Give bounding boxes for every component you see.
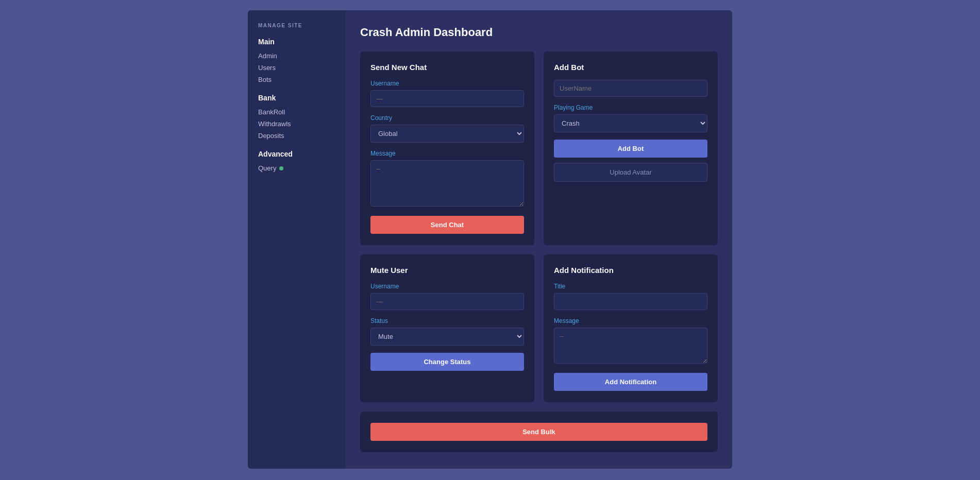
add-bot-button[interactable]: Add Bot [554,140,707,158]
change-status-button[interactable]: Change Status [370,353,524,371]
sidebar-item-admin[interactable]: Admin [258,50,335,62]
send-chat-button[interactable]: Send Chat [370,216,524,234]
page-title: Crash Admin Dashboard [360,26,718,39]
send-chat-message-textarea[interactable] [370,160,524,207]
add-notification-title-input[interactable] [554,293,707,310]
send-chat-country-label: Country [370,114,524,122]
sidebar-item-query[interactable]: Query [258,162,335,174]
sidebar-manage-label: MANAGE SITE [258,23,335,28]
sidebar-item-users[interactable]: Users [258,62,335,74]
sidebar-section-advanced: Advanced [258,150,335,158]
add-notification-card: Add Notification Title Message Add Notif… [544,254,718,402]
add-bot-playing-game-label: Playing Game [554,104,707,111]
add-notification-message-label: Message [554,317,707,324]
send-chat-country-select[interactable]: Global US UK CA [370,125,524,143]
mute-user-card: Mute User Username Status Mute Unmute Ba… [360,254,534,402]
add-notification-button[interactable]: Add Notification [554,373,707,391]
upload-avatar-area[interactable]: Upload Avatar [554,163,707,182]
sidebar-item-bankroll[interactable]: BankRoll [258,106,335,118]
add-bot-card: Add Bot Playing Game Crash Dice Slots Ad… [544,52,718,245]
sidebar-section-main: Main [258,38,335,46]
sidebar-item-withdrawls[interactable]: Withdrawls [258,118,335,130]
sidebar-item-deposits[interactable]: Deposits [258,130,335,142]
cards-row-2: Mute User Username Status Mute Unmute Ba… [360,254,718,402]
mute-user-status-select[interactable]: Mute Unmute Ban [370,328,524,346]
upload-avatar-label: Upload Avatar [610,168,651,176]
add-bot-game-select[interactable]: Crash Dice Slots [554,114,707,132]
mute-user-title: Mute User [370,266,524,275]
send-chat-username-input[interactable] [370,90,524,107]
mute-user-username-input[interactable] [370,293,524,310]
sidebar-section-bank: Bank [258,94,335,102]
send-bulk-button[interactable]: Send Bulk [370,423,707,441]
mute-user-username-label: Username [370,283,524,290]
main-content: Crash Admin Dashboard Send New Chat User… [346,10,732,469]
mute-user-status-label: Status [370,317,524,324]
send-chat-message-label: Message [370,150,524,157]
query-active-dot [279,166,283,170]
add-bot-title: Add Bot [554,63,707,72]
add-notification-title: Add Notification [554,266,707,275]
sidebar: MANAGE SITE Main Admin Users Bots Bank B… [248,10,346,469]
send-bulk-card: Send Bulk [360,412,718,452]
add-bot-username-input[interactable] [554,80,707,97]
cards-row-1: Send New Chat Username Country Global US… [360,52,718,245]
sidebar-item-bots[interactable]: Bots [258,74,335,85]
send-new-chat-card: Send New Chat Username Country Global US… [360,52,534,245]
add-notification-message-textarea[interactable] [554,328,707,364]
add-notification-title-label: Title [554,283,707,290]
send-chat-username-label: Username [370,80,524,87]
send-new-chat-title: Send New Chat [370,63,524,72]
